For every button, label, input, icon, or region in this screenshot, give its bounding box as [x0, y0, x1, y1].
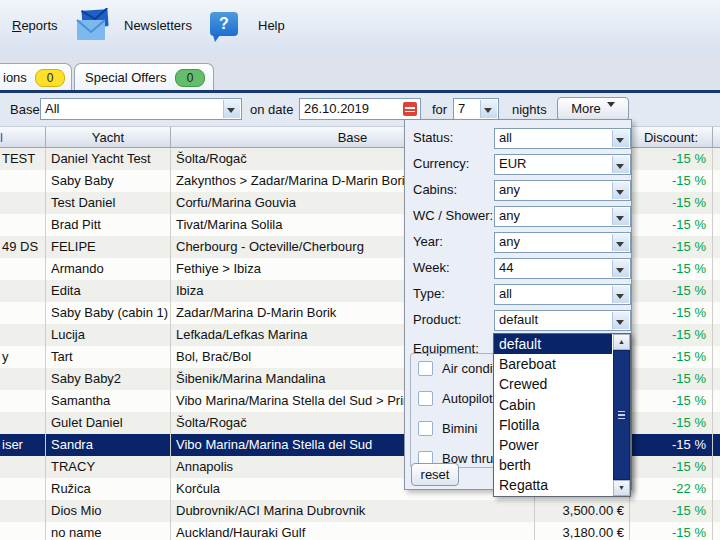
filter-field-row: WC / Shower:any: [405, 206, 631, 228]
product-option[interactable]: Power: [494, 435, 612, 455]
cell-end: [713, 324, 720, 346]
filter-field-value: all: [495, 129, 630, 145]
cell-yacht: Gulet Daniel: [46, 412, 171, 434]
cell-discount: -15 %: [630, 522, 713, 540]
product-option[interactable]: Bareboat: [494, 354, 612, 374]
cell-discount: -15 %: [630, 148, 713, 170]
product-option[interactable]: Flotilla: [494, 415, 612, 435]
popup-scrollbar[interactable]: ▲ ▼: [613, 334, 630, 496]
filter-field-label: Year:: [413, 234, 443, 249]
dropdown-arrow-icon[interactable]: [223, 100, 240, 118]
tab-label: ions: [3, 70, 27, 85]
cell-discount: -15 %: [630, 434, 713, 456]
filter-field-row: Cabins:any: [405, 180, 631, 202]
checkbox[interactable]: [418, 421, 433, 436]
cell-end: [713, 302, 720, 324]
calendar-icon[interactable]: [403, 102, 417, 116]
cell-yacht: Test Daniel: [46, 192, 171, 214]
cell-model: [0, 412, 46, 434]
product-option[interactable]: default: [494, 334, 612, 354]
scroll-up-icon[interactable]: ▲: [613, 334, 630, 350]
cell-yacht: no name: [46, 522, 171, 540]
cell-model: y: [0, 346, 46, 368]
cell-yacht: Brad Pitt: [46, 214, 171, 236]
cell-end: [713, 390, 720, 412]
tab-special-offers[interactable]: Special Offers 0: [74, 63, 214, 90]
cell-yacht: Edita: [46, 280, 171, 302]
scroll-down-icon[interactable]: ▼: [613, 480, 630, 496]
dropdown-arrow-icon[interactable]: [612, 312, 629, 329]
nights-select[interactable]: 7: [453, 98, 499, 120]
table-row[interactable]: Dios MioDubrovnik/ACI Marina Dubrovnik3,…: [0, 500, 720, 522]
base-select[interactable]: All: [40, 98, 242, 120]
cell-end: [713, 192, 720, 214]
filter-field-select[interactable]: any: [494, 206, 631, 227]
cell-model: iser: [0, 434, 46, 456]
checkbox[interactable]: [418, 361, 433, 376]
cell-end: [713, 258, 720, 280]
dropdown-arrow-icon[interactable]: [612, 182, 629, 199]
yacht-charter-app: Reports Newsletters ? Help ions 0 Specia…: [0, 0, 720, 540]
cell-discount: -15 %: [630, 236, 713, 258]
column-header-end: [713, 127, 720, 148]
cell-model: [0, 170, 46, 192]
dropdown-arrow-icon[interactable]: [612, 234, 629, 251]
dropdown-arrow-icon[interactable]: [612, 156, 629, 173]
filter-field-select[interactable]: any: [494, 180, 631, 201]
nights-label: nights: [512, 102, 547, 117]
reset-button[interactable]: reset: [411, 463, 459, 486]
checkbox[interactable]: [418, 391, 433, 406]
cell-model: [0, 500, 46, 522]
more-button[interactable]: More: [557, 97, 629, 121]
column-header-discount[interactable]: Discount:: [630, 127, 713, 148]
column-header-model[interactable]: l: [0, 127, 46, 148]
column-header-yacht[interactable]: Yacht: [46, 127, 171, 148]
product-option[interactable]: Cabin: [494, 395, 612, 415]
filter-field-value: EUR: [495, 155, 630, 171]
cell-discount: -15 %: [630, 192, 713, 214]
checkbox-label: Autopilot: [442, 391, 493, 406]
dropdown-arrow-icon[interactable]: [612, 260, 629, 277]
cell-yacht: Saby Baby (cabin 1): [46, 302, 171, 324]
cell-end: [713, 170, 720, 192]
filter-field-select[interactable]: all: [494, 128, 631, 149]
dropdown-arrow-icon[interactable]: [480, 100, 497, 118]
date-input[interactable]: 26.10.2019: [299, 98, 421, 120]
product-option[interactable]: Crewed: [494, 374, 612, 394]
cell-discount: -15 %: [630, 214, 713, 236]
reports-button[interactable]: Reports: [12, 18, 58, 33]
tab-reservations[interactable]: ions 0: [0, 63, 72, 90]
cell-yacht: Sandra: [46, 434, 171, 456]
filter-field-label: Week:: [413, 260, 450, 275]
cell-base: Auckland/Hauraki Gulf: [171, 522, 535, 540]
dropdown-arrow-icon[interactable]: [612, 208, 629, 225]
dropdown-arrow-icon[interactable]: [612, 130, 629, 147]
product-option[interactable]: berth: [494, 455, 612, 475]
table-row[interactable]: no nameAuckland/Hauraki Gulf3,180.00 €-1…: [0, 522, 720, 540]
cell-model: [0, 324, 46, 346]
product-option[interactable]: Regatta: [494, 475, 612, 495]
cell-end: [713, 522, 720, 540]
cell-end: [713, 148, 720, 170]
filter-field-value: 44: [495, 259, 630, 275]
cell-end: [713, 412, 720, 434]
filter-field-select[interactable]: all: [494, 284, 631, 305]
tab-count-badge: 0: [175, 69, 205, 87]
cell-model: [0, 456, 46, 478]
filter-field-row: Product:default: [405, 310, 631, 332]
toolbar: Reports Newsletters ? Help: [0, 0, 720, 53]
equipment-item: Bimini: [418, 420, 477, 436]
filter-field-select[interactable]: 44: [494, 258, 631, 279]
scrollbar-thumb[interactable]: [613, 350, 630, 480]
filter-field-row: Currency:EUR: [405, 154, 631, 176]
cell-yacht: Lucija: [46, 324, 171, 346]
cell-end: [713, 500, 720, 522]
newsletters-button[interactable]: Newsletters: [124, 18, 192, 33]
help-button[interactable]: Help: [258, 18, 285, 33]
filter-field-label: Type:: [413, 286, 445, 301]
filter-field-select[interactable]: EUR: [494, 154, 631, 175]
dropdown-arrow-icon[interactable]: [612, 286, 629, 303]
filter-field-select[interactable]: any: [494, 232, 631, 253]
filter-field-select[interactable]: default: [494, 310, 631, 331]
cell-yacht: Ružica: [46, 478, 171, 500]
